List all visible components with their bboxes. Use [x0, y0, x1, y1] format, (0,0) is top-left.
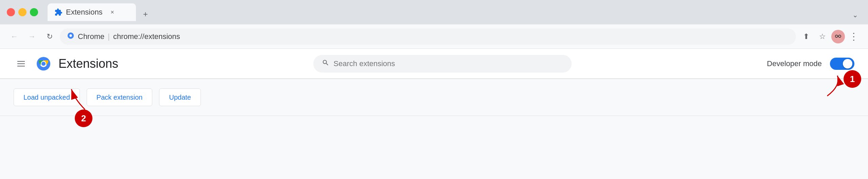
- extensions-tab[interactable]: Extensions ×: [48, 3, 136, 21]
- nav-bar: ← → ↻ Chrome | chrome://extensions ⬆: [0, 24, 868, 49]
- page-title: Extensions: [58, 57, 118, 71]
- update-button[interactable]: Update: [159, 88, 201, 106]
- svg-point-2: [833, 32, 843, 41]
- action-buttons-row: Load unpacked Pack extension Update: [0, 79, 868, 116]
- tab-title: Extensions: [66, 8, 103, 17]
- share-button[interactable]: ⬆: [799, 29, 814, 44]
- developer-mode-toggle[interactable]: [830, 58, 854, 70]
- url-text: chrome://extensions: [113, 32, 180, 41]
- search-input[interactable]: [333, 59, 563, 68]
- address-divider: |: [108, 32, 110, 41]
- hamburger-icon: [17, 66, 25, 66]
- tab-list-button[interactable]: ⌄: [849, 9, 861, 21]
- bookmark-button[interactable]: ☆: [815, 29, 830, 44]
- page-content: Extensions Developer mode 1: [0, 49, 868, 179]
- chrome-security-icon: [67, 32, 74, 39]
- nav-actions: ⬆ ☆ ⋮: [799, 29, 861, 44]
- maximize-button[interactable]: [30, 8, 38, 16]
- security-icon: [67, 32, 74, 41]
- chrome-logo-icon: [37, 57, 50, 71]
- toggle-knob: [843, 59, 852, 68]
- arrow-1: [807, 72, 848, 99]
- tab-close-button[interactable]: ×: [109, 8, 116, 16]
- search-bar[interactable]: [313, 55, 572, 73]
- close-button[interactable]: [7, 8, 15, 16]
- hamburger-button[interactable]: [14, 56, 29, 71]
- svg-point-1: [69, 34, 72, 37]
- address-bar[interactable]: Chrome | chrome://extensions: [60, 28, 796, 45]
- reload-button[interactable]: ↻: [42, 29, 57, 44]
- chrome-menu-button[interactable]: ⋮: [846, 29, 861, 44]
- new-tab-button[interactable]: +: [139, 7, 152, 21]
- minimize-button[interactable]: [18, 8, 27, 16]
- site-name: Chrome: [78, 32, 104, 41]
- avatar[interactable]: [831, 30, 845, 43]
- extensions-header: Extensions Developer mode 1: [0, 49, 868, 79]
- puzzle-icon: [54, 8, 63, 16]
- action-divider: [0, 116, 868, 116]
- window-controls: [7, 8, 38, 16]
- back-button[interactable]: ←: [7, 29, 22, 44]
- tab-bar: Extensions × + ⌄: [48, 3, 861, 21]
- search-icon: [322, 59, 329, 68]
- hamburger-icon: [17, 63, 25, 64]
- hamburger-icon: [17, 61, 25, 62]
- developer-mode-label: Developer mode: [767, 59, 822, 68]
- arrow-2: [68, 86, 102, 113]
- forward-button[interactable]: →: [24, 29, 39, 44]
- annotation-badge-1: 1: [844, 70, 861, 88]
- svg-point-9: [41, 62, 46, 66]
- avatar-icon: [833, 32, 843, 41]
